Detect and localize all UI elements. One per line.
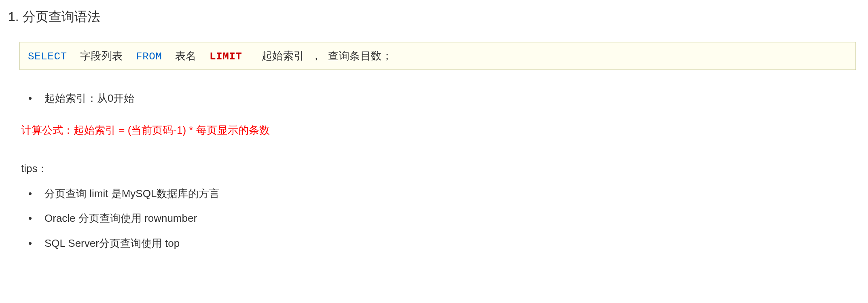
list-item: 起始索引：从0开始 <box>28 90 860 107</box>
code-start: 起始索引 <box>262 50 305 63</box>
keyword-limit: LIMIT <box>210 50 242 63</box>
formula-text: 计算公式：起始索引 = (当前页码-1) * 每页显示的条数 <box>21 123 860 137</box>
code-table: 表名 <box>175 50 197 63</box>
tips-list: 分页查询 limit 是MySQL数据库的方言 Oracle 分页查询使用 ro… <box>28 185 860 252</box>
code-fields: 字段列表 <box>80 50 123 63</box>
code-comma: ， <box>311 50 322 63</box>
sql-code-block: SELECT 字段列表 FROM 表名 LIMIT 起始索引 ， 查询条目数； <box>19 42 856 70</box>
section-heading: 1. 分页查询语法 <box>8 8 860 26</box>
list-item: Oracle 分页查询使用 rownumber <box>28 210 860 227</box>
bullet-list-1: 起始索引：从0开始 <box>28 90 860 107</box>
tips-label: tips： <box>21 162 860 176</box>
list-item: 分页查询 limit 是MySQL数据库的方言 <box>28 185 860 202</box>
keyword-select: SELECT <box>28 50 67 63</box>
list-item: SQL Server分页查询使用 top <box>28 235 860 252</box>
keyword-from: FROM <box>136 50 162 63</box>
code-count: 查询条目数； <box>328 50 392 63</box>
